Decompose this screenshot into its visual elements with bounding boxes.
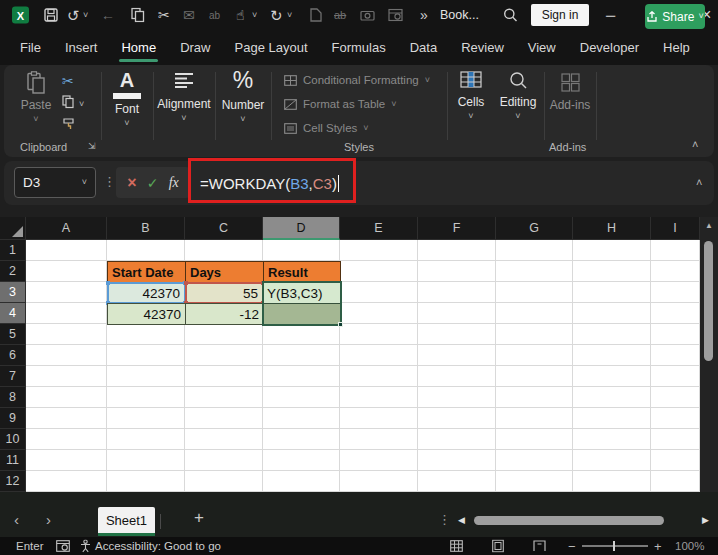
search-icon[interactable] — [503, 8, 518, 23]
cancel-formula-icon[interactable]: × — [127, 174, 136, 192]
addins-button: Add-ins — [547, 73, 593, 112]
hscroll-left-icon[interactable]: ◀ — [458, 515, 465, 525]
redo-icon[interactable]: ↻ — [270, 8, 283, 23]
name-box-chevron-icon: ˅ — [82, 178, 87, 187]
zoom-slider-thumb[interactable] — [613, 541, 615, 551]
vertical-scrollbar[interactable]: ▲ ▼ — [700, 217, 718, 512]
zoom-out-button[interactable]: − — [568, 539, 576, 554]
tab-developer[interactable]: Developer — [568, 30, 651, 65]
tab-file[interactable]: File — [8, 30, 53, 65]
zoom-level[interactable]: 100% — [675, 540, 704, 552]
cut-icon[interactable]: ✂ — [158, 8, 170, 22]
alignment-lines-icon — [174, 72, 194, 88]
more-commands-icon[interactable]: » — [420, 8, 428, 22]
tab-data[interactable]: Data — [398, 30, 449, 65]
undo-chevron-icon[interactable]: ˅ — [83, 11, 88, 20]
prev-sheet-icon[interactable]: ‹ — [14, 512, 19, 527]
cell-D2[interactable]: Result — [263, 261, 341, 283]
vertical-scroll-thumb[interactable] — [704, 241, 713, 361]
back-icon: ← — [101, 8, 115, 22]
redo-chevron-icon[interactable]: ˅ — [287, 11, 292, 20]
sheet-tab-bar: ‹ › Sheet1 + ⋮ ◀ ▶ — [0, 492, 718, 537]
cell-B2[interactable]: Start Date — [107, 261, 186, 283]
clipboard-icon — [26, 71, 46, 95]
cell-C3[interactable]: 55 — [185, 282, 264, 304]
cut-ribbon-icon[interactable]: ✂ — [62, 73, 74, 89]
tab-review[interactable]: Review — [449, 30, 516, 65]
cell-C2[interactable]: Days — [185, 261, 264, 283]
sign-in-button[interactable]: Sign in — [531, 4, 589, 26]
camera-icon — [360, 9, 375, 21]
copy-chevron-icon[interactable]: ˅ — [79, 100, 84, 109]
horizontal-scroll-thumb[interactable] — [474, 516, 664, 525]
touch-mode-icon[interactable]: ☝ — [236, 8, 245, 22]
macro-record-icon[interactable] — [56, 540, 70, 552]
sheet-tab-sheet1[interactable]: Sheet1 — [98, 507, 155, 536]
conditional-formatting-icon — [284, 75, 297, 86]
name-box[interactable]: D3 ˅ — [14, 167, 96, 198]
undo-icon[interactable]: ↺ — [67, 8, 80, 23]
alignment-menu-button[interactable]: Alignment ˅ — [156, 72, 212, 123]
divider — [271, 72, 272, 140]
addins-group-label: Add-ins — [549, 141, 586, 153]
share-chevron-icon: ˅ — [698, 12, 703, 21]
cell-B3[interactable]: 42370 — [107, 282, 186, 304]
cell-D3-editing[interactable]: Y(B3,C3) — [263, 282, 341, 304]
ribbon: Paste ˅ ✂ ˅ Clipboard ⇲ A Font ˅ Alignme… — [4, 65, 714, 157]
format-as-table-icon — [284, 99, 297, 110]
divider — [596, 72, 597, 140]
insert-function-icon[interactable]: fx — [169, 175, 179, 191]
copy-icon[interactable] — [131, 8, 145, 23]
cells-menu-button[interactable]: Cells ˅ — [450, 71, 492, 121]
cell-C4[interactable]: -12 — [185, 303, 264, 325]
tab-home[interactable]: Home — [109, 30, 168, 65]
divider — [153, 72, 154, 140]
copy-ribbon-icon[interactable] — [62, 95, 75, 109]
strikethrough-icon: ab — [334, 9, 346, 21]
number-menu-button[interactable]: % Number ˅ — [218, 68, 268, 124]
accessibility-status[interactable]: Accessibility: Good to go — [95, 540, 221, 552]
tab-insert[interactable]: Insert — [53, 30, 110, 65]
sheet-options-dots-icon[interactable]: ⋮ — [438, 512, 451, 527]
tab-view[interactable]: View — [516, 30, 568, 65]
zoom-slider-track[interactable] — [582, 545, 648, 547]
tab-draw[interactable]: Draw — [168, 30, 222, 65]
divider — [215, 72, 216, 140]
font-menu-button[interactable]: A Font ˅ — [104, 70, 150, 128]
share-button[interactable]: Share ˅ — [645, 4, 705, 29]
excel-logo-icon[interactable]: X — [12, 7, 29, 24]
tab-formulas[interactable]: Formulas — [320, 30, 398, 65]
format-as-table-button: Format as Table ˅ — [284, 98, 397, 110]
share-icon — [646, 11, 658, 22]
collapse-ribbon-icon[interactable]: ˄ — [692, 139, 698, 150]
cell-B4[interactable]: 42370 — [107, 303, 186, 325]
styles-group-label: Styles — [344, 141, 374, 153]
format-painter-icon[interactable] — [62, 117, 76, 131]
lookup-sheet-icon — [388, 9, 403, 22]
expand-formula-bar-icon[interactable]: ˄ — [696, 177, 702, 188]
conditional-formatting-button: Conditional Formatting ˅ — [284, 74, 430, 86]
divider — [544, 72, 545, 140]
view-normal-icon[interactable] — [450, 540, 463, 552]
clipboard-group-label: Clipboard — [20, 141, 67, 153]
clipboard-dialog-launcher-icon[interactable]: ⇲ — [88, 141, 96, 151]
enter-formula-icon[interactable]: ✓ — [147, 175, 159, 191]
next-sheet-icon[interactable]: › — [46, 512, 51, 527]
view-page-layout-icon[interactable] — [492, 540, 504, 553]
cell-D4[interactable] — [263, 303, 341, 325]
save-icon[interactable] — [44, 8, 58, 22]
scroll-up-icon[interactable]: ▲ — [705, 221, 713, 230]
zoom-in-button[interactable]: + — [654, 539, 662, 554]
hscroll-right-icon[interactable]: ▶ — [702, 515, 709, 525]
formula-input[interactable]: =WORKDAY(B3,C3) — [200, 161, 339, 205]
minimize-button[interactable]: ─ — [606, 8, 615, 23]
tab-page-layout[interactable]: Page Layout — [223, 30, 320, 65]
add-sheet-button[interactable]: + — [194, 509, 204, 526]
document-title: Book... — [440, 8, 479, 22]
editing-menu-button[interactable]: Editing ˅ — [494, 71, 542, 121]
data-overlay: Start Date Days Result 42370 55 Y(B3,C3)… — [0, 217, 700, 492]
view-page-break-icon[interactable] — [533, 540, 546, 552]
divider — [101, 72, 102, 140]
tab-help[interactable]: Help — [651, 30, 702, 65]
touch-mode-chevron-icon[interactable]: ˅ — [252, 11, 257, 20]
